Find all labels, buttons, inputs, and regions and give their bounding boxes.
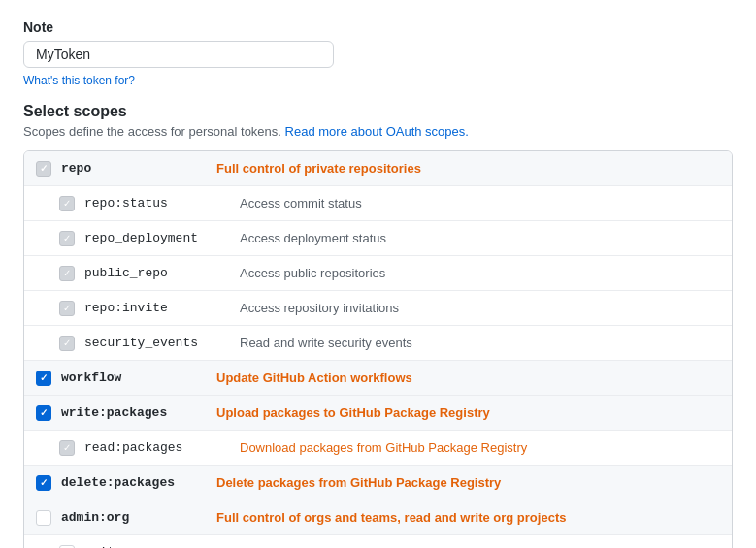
note-section: Note What's this token for?	[23, 19, 733, 87]
scope-desc-admin-org: Full control of orgs and teams, read and…	[216, 510, 720, 525]
scope-row-workflow: ✓ workflow Update GitHub Action workflow…	[24, 361, 732, 396]
read-packages-checkbox[interactable]: ✓	[59, 440, 75, 456]
scope-desc-read-packages: Download packages from GitHub Package Re…	[240, 440, 720, 455]
scope-name-repo: repo	[61, 161, 216, 176]
token-hint-link[interactable]: What's this token for?	[23, 74, 733, 87]
scope-row-repo: ✓ repo Full control of private repositor…	[24, 151, 732, 186]
scope-name-repo-deployment: repo_deployment	[84, 231, 240, 245]
oauth-scopes-link[interactable]: Read more about OAuth scopes.	[285, 124, 469, 139]
scope-row-admin-org: admin:org Full control of orgs and teams…	[24, 500, 732, 535]
repo-invite-checkbox[interactable]: ✓	[59, 301, 75, 316]
scopes-section: Select scopes Scopes define the access f…	[23, 103, 733, 548]
scopes-desc-text: Scopes define the access for personal to…	[23, 124, 281, 139]
scope-name-read-packages: read:packages	[84, 440, 240, 455]
repo-deployment-checkbox[interactable]: ✓	[59, 231, 75, 246]
scope-name-workflow: workflow	[61, 371, 216, 385]
scope-desc-write-packages: Upload packages to GitHub Package Regist…	[216, 405, 720, 420]
scope-desc-repo-status: Access commit status	[240, 196, 720, 210]
security-events-checkbox[interactable]: ✓	[59, 336, 75, 351]
scope-desc-public-repo: Access public repositories	[240, 266, 720, 280]
scope-row-write-packages: ✓ write:packages Upload packages to GitH…	[24, 396, 732, 431]
scope-desc-repo: Full control of private repositories	[216, 161, 720, 176]
workflow-checkbox[interactable]: ✓	[36, 371, 51, 386]
scope-name-public-repo: public_repo	[84, 266, 240, 280]
scope-row-repo-status: ✓ repo:status Access commit status	[24, 186, 732, 221]
note-label: Note	[23, 19, 733, 35]
scope-name-admin-org: admin:org	[61, 510, 216, 525]
scope-desc-delete-packages: Delete packages from GitHub Package Regi…	[216, 475, 720, 490]
scope-row-public-repo: ✓ public_repo Access public repositories	[24, 256, 732, 291]
write-packages-checkbox[interactable]: ✓	[36, 405, 51, 421]
scopes-table: ✓ repo Full control of private repositor…	[23, 150, 733, 548]
delete-packages-checkbox[interactable]: ✓	[36, 475, 51, 491]
scope-row-repo-invite: ✓ repo:invite Access repository invitati…	[24, 291, 732, 326]
scope-desc-workflow: Update GitHub Action workflows	[216, 371, 720, 385]
scope-name-repo-status: repo:status	[84, 196, 240, 210]
scope-name-repo-invite: repo:invite	[84, 301, 240, 315]
scope-desc-security-events: Read and write security events	[240, 336, 720, 350]
scope-row-repo-deployment: ✓ repo_deployment Access deployment stat…	[24, 221, 732, 256]
scopes-desc: Scopes define the access for personal to…	[23, 124, 733, 139]
write-org-checkbox[interactable]	[59, 545, 75, 549]
repo-checkbox[interactable]: ✓	[36, 161, 51, 177]
repo-status-checkbox[interactable]: ✓	[59, 196, 75, 211]
scopes-title: Select scopes	[23, 103, 733, 120]
admin-org-checkbox[interactable]	[36, 510, 51, 526]
scope-row-write-org: write:org Read and write org and team me…	[24, 535, 732, 548]
scope-name-delete-packages: delete:packages	[61, 475, 216, 490]
scope-row-read-packages: ✓ read:packages Download packages from G…	[24, 431, 732, 466]
scope-row-delete-packages: ✓ delete:packages Delete packages from G…	[24, 466, 732, 500]
token-name-input[interactable]	[23, 41, 334, 68]
scope-row-security-events: ✓ security_events Read and write securit…	[24, 326, 732, 361]
scope-desc-repo-invite: Access repository invitations	[240, 301, 720, 315]
public-repo-checkbox[interactable]: ✓	[59, 266, 75, 281]
scope-name-write-packages: write:packages	[61, 405, 216, 420]
scope-name-security-events: security_events	[84, 336, 240, 350]
scope-desc-repo-deployment: Access deployment status	[240, 231, 720, 245]
